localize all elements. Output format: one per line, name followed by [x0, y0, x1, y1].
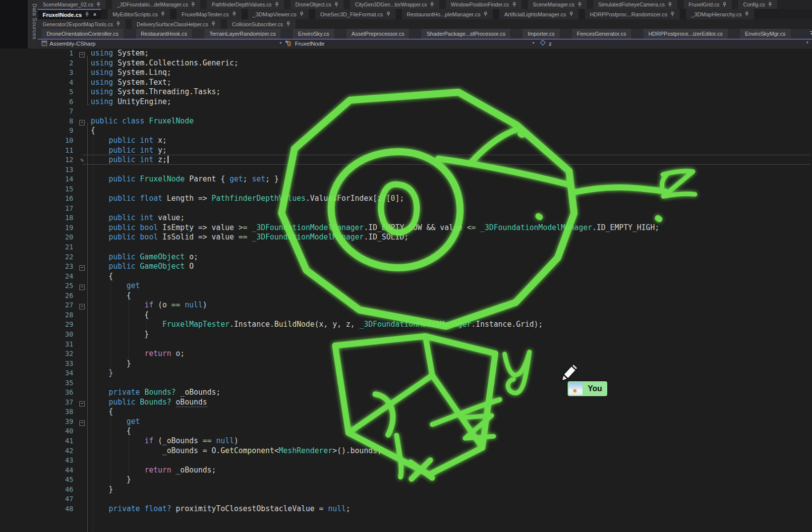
fold-collapse-icon[interactable]: − [79, 265, 85, 271]
code-line-15[interactable]: 15 [0, 184, 812, 194]
code-line-43[interactable]: 43 [0, 456, 812, 466]
pin-icon[interactable] [116, 21, 120, 27]
breadcrumb-type[interactable]: FruxelNode [295, 41, 324, 47]
close-icon[interactable]: × [93, 12, 96, 17]
pin-icon[interactable] [334, 2, 339, 7]
pin-icon[interactable] [299, 11, 304, 17]
code-line-22[interactable]: 22 public GameObject o; [0, 252, 812, 262]
chevron-down-icon[interactable]: ▾ [280, 41, 282, 45]
tab-OneSec3D_FileFormat.cs[interactable]: OneSec3D_FileFormat.cs [315, 9, 396, 19]
code-line-4[interactable]: 4using System.Text; [0, 78, 812, 88]
pin-icon[interactable] [722, 2, 727, 7]
code-line-17[interactable]: 17 [0, 204, 812, 214]
code-line-42[interactable]: 42 _oBounds = O.GetComponent<MeshRendere… [0, 446, 812, 456]
tab-SceneManager_02.cs[interactable]: SceneManager_02.cs [38, 0, 106, 9]
tab-SceneManager.cs[interactable]: SceneManager.cs [528, 0, 587, 9]
pin-icon[interactable] [161, 11, 165, 17]
tab-_3DFoundatio...delManager.cs[interactable]: _3DFoundatio...delManager.cs [112, 0, 200, 9]
code-line-48[interactable]: 48 private float? proximityToClosestObst… [0, 504, 812, 514]
tab-Generator2ExportMapTools.cs[interactable]: Generator2ExportMapTools.cs [38, 19, 125, 29]
pin-icon[interactable] [668, 2, 672, 7]
code-line-45[interactable]: 45 } [0, 475, 812, 485]
tab-_3DMapViewer.cs[interactable]: _3DMapViewer.cs [248, 9, 309, 19]
tab-ShaderPackage...stProcessor.cs[interactable]: ShaderPackage...stProcessor.cs [421, 29, 510, 39]
code-line-39[interactable]: 39− get [0, 417, 812, 427]
code-line-25[interactable]: 25− get [0, 281, 812, 291]
pin-icon[interactable] [286, 21, 290, 27]
code-line-1[interactable]: 1−using System; [0, 49, 812, 59]
pin-icon[interactable] [569, 11, 574, 17]
fold-collapse-icon[interactable]: − [79, 52, 85, 58]
tab-EnviroSky.cs[interactable]: EnviroSky.cs [293, 29, 334, 39]
tab-HDRPPostproce...izerEditor.cs[interactable]: HDRPPostproce...izerEditor.cs [643, 29, 728, 39]
tab-TerrainLayerRandomizer.cs[interactable]: TerrainLayerRandomizer.cs [204, 29, 281, 39]
code-line-7[interactable]: 7 [0, 107, 812, 117]
code-line-31[interactable]: 31 [0, 340, 812, 350]
code-line-19[interactable]: 19 public bool IsEmpty => value >= _3DFo… [0, 223, 812, 233]
pin-icon[interactable] [211, 21, 216, 27]
code-line-36[interactable]: 36 private Bounds? _oBounds; [0, 388, 812, 398]
breadcrumb-member[interactable]: z [549, 41, 552, 47]
tab-Config.cs[interactable]: Config.cs [738, 0, 777, 9]
code-line-14[interactable]: 14 public FruxelNode Parent { get; set; … [0, 175, 812, 184]
pin-icon[interactable] [768, 2, 772, 7]
code-line-40[interactable]: 40 { [0, 426, 812, 436]
code-line-2[interactable]: 2using System.Collections.Generic; [0, 59, 812, 68]
pin-icon[interactable] [745, 11, 749, 17]
tab-DroneOrientationController.cs[interactable]: DroneOrientationController.cs [42, 29, 123, 39]
editor-options-chevron-icon[interactable]: ▼ [806, 41, 809, 44]
breadcrumb-project[interactable]: Assembly-CSharp [50, 41, 96, 47]
code-line-26[interactable]: 26 { [0, 291, 812, 301]
pin-icon[interactable] [578, 2, 582, 7]
code-line-8[interactable]: 8−public class FruxelNode [0, 117, 812, 126]
fold-collapse-icon[interactable]: − [79, 120, 85, 125]
code-line-32[interactable]: 32 return o; [0, 349, 812, 359]
fold-collapse-icon[interactable]: − [79, 420, 85, 426]
code-line-18[interactable]: 18 public int value; [0, 213, 812, 223]
code-line-20[interactable]: 20 public bool IsSolid => value == _3DFo… [0, 233, 812, 242]
tab-FruxelNode.cs[interactable]: FruxelNode.cs× [38, 9, 101, 19]
tab-HDRPPostproc...Randomizer.cs[interactable]: HDRPPostproc...Randomizer.cs [585, 9, 680, 19]
code-line-9[interactable]: 9{ [0, 126, 812, 136]
tab-PathfinderDepthValues.cs[interactable]: PathfinderDepthValues.cs [207, 0, 284, 9]
code-line-27[interactable]: 27− if (o == null) [0, 300, 812, 310]
fold-collapse-icon[interactable]: − [79, 285, 85, 290]
chevron-down-icon[interactable]: ▾ [532, 41, 534, 45]
code-line-23[interactable]: 23− public GameObject O [0, 262, 812, 272]
pin-icon[interactable] [670, 11, 675, 17]
tab-FruxelGrid.cs[interactable]: FruxelGrid.cs [684, 0, 732, 9]
tab-CollisionSubscriber.cs[interactable]: CollisionSubscriber.cs [227, 19, 295, 29]
code-line-37[interactable]: 37− public Bounds? oBounds [0, 398, 812, 408]
code-line-21[interactable]: 21 [0, 242, 812, 252]
tab-RestaurantHo...pleManager.cs[interactable]: RestaurantHo...pleManager.cs [402, 9, 493, 19]
tab-FruxelMapTester.cs[interactable]: FruxelMapTester.cs [176, 9, 241, 19]
code-line-28[interactable]: 28 { [0, 310, 812, 320]
code-line-16[interactable]: 16 public float Length => PathfinderDept… [0, 194, 812, 204]
pin-icon[interactable] [430, 2, 434, 7]
code-line-29[interactable]: 29 FruxelMapTester.Instance.BuildNode(x,… [0, 320, 812, 330]
pin-icon[interactable] [96, 2, 101, 7]
pin-icon[interactable] [483, 11, 488, 17]
tab-MyEditorScripts.cs[interactable]: MyEditorScripts.cs [108, 9, 170, 19]
tab-DeliverySurfaceClassHelper.cs[interactable]: DeliverySurfaceClassHelper.cs [132, 19, 221, 29]
code-line-5[interactable]: 5using System.Threading.Tasks; [0, 87, 812, 97]
code-line-46[interactable]: 46 } [0, 485, 812, 495]
tab-_3DMapHierarchy.cs[interactable]: _3DMapHierarchy.cs [686, 9, 754, 19]
code-line-10[interactable]: 10 public int x; [0, 136, 812, 146]
code-line-35[interactable]: 35 [0, 378, 812, 388]
code-line-6[interactable]: 6using UnityEngine; [0, 97, 812, 107]
pin-icon[interactable] [232, 11, 236, 17]
tab-overflow-chevron-icon[interactable]: ▼ [803, 32, 812, 36]
tab-SimulatedFisheyeCamera.cs[interactable]: SimulatedFisheyeCamera.cs [593, 0, 677, 9]
fold-collapse-icon[interactable]: − [79, 304, 85, 309]
tab-AssetPreprocessor.cs[interactable]: AssetPreprocessor.cs [347, 29, 409, 39]
tab-RestaurantHook.cs[interactable]: RestaurantHook.cs [136, 29, 192, 39]
code-line-30[interactable]: 30 } [0, 330, 812, 340]
tab-EnviroSkyMgr.cs[interactable]: EnviroSkyMgr.cs [740, 29, 791, 39]
pin-icon[interactable] [512, 2, 517, 7]
pin-icon[interactable] [85, 12, 89, 17]
code-line-38[interactable]: 38 { [0, 407, 812, 417]
pin-icon[interactable] [275, 2, 279, 7]
code-line-47[interactable]: 47 [0, 494, 812, 504]
tab-CityGen3DGen...torWrapper.cs[interactable]: CityGen3DGen...torWrapper.cs [350, 0, 439, 9]
